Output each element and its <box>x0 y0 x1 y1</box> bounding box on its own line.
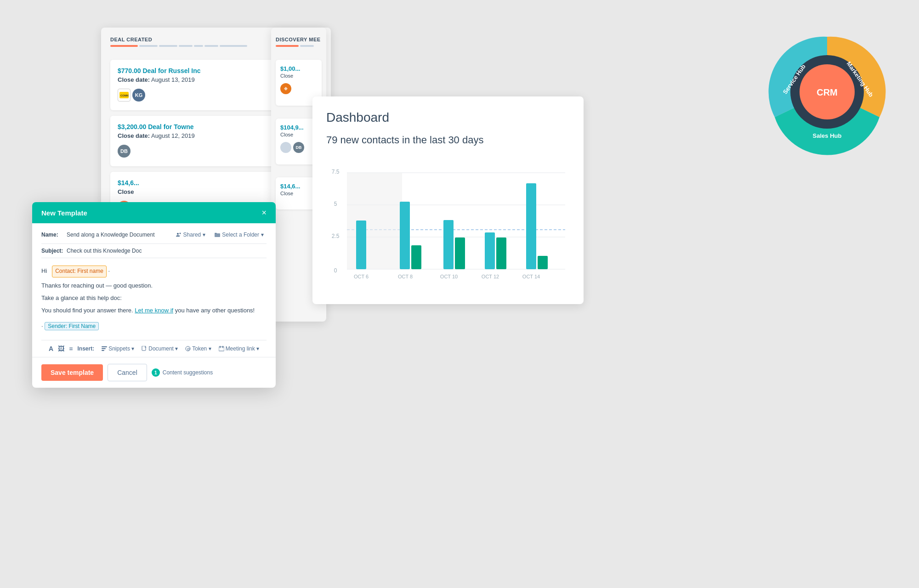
snippets-label: Snippets ▾ <box>108 345 134 352</box>
subject-label: Subject: <box>41 248 67 254</box>
svg-text:CRM: CRM <box>817 87 838 97</box>
modal-body: Name: Send along a Knowledge Document Sh… <box>32 223 276 357</box>
shared-button[interactable]: Shared ▾ <box>173 231 209 239</box>
svg-text:Sales Hub: Sales Hub <box>813 132 842 139</box>
body-line1: Thanks for reaching out — good question. <box>41 280 267 291</box>
svg-rect-27 <box>455 237 465 269</box>
toolbar-left: A 🖼 ≡ <box>49 345 73 352</box>
document-icon <box>142 346 147 351</box>
svg-rect-25 <box>411 245 421 269</box>
snippets-button[interactable]: Snippets ▾ <box>102 345 134 352</box>
svg-rect-6 <box>102 346 107 347</box>
token-button[interactable]: @ Token ▾ <box>185 345 211 352</box>
modal-header: New Template × <box>32 202 276 223</box>
modal-toolbar: A 🖼 ≡ Insert: Snippets ▾ Document ▾ @ To… <box>41 340 267 357</box>
modal-close-button[interactable]: × <box>261 209 267 217</box>
content-suggestions: 1 Content suggestions <box>152 368 213 377</box>
body-line2: Take a glance at this help doc: <box>41 293 267 303</box>
cs-badge: 1 <box>152 368 160 377</box>
token-icon: @ <box>185 346 191 351</box>
select-folder-button[interactable]: Select a Folder ▾ <box>212 231 267 239</box>
dashboard-panel: Dashboard 79 new contacts in the last 30… <box>312 96 584 304</box>
save-template-button[interactable]: Save template <box>41 364 103 381</box>
right-deal-close-1: Close <box>280 73 317 79</box>
contact-token[interactable]: Contact: First name <box>52 266 107 277</box>
people-icon <box>176 232 182 237</box>
svg-text:OCT 12: OCT 12 <box>482 274 499 279</box>
shared-chevron: ▾ <box>203 232 205 238</box>
svg-point-4 <box>179 233 181 234</box>
subject-row: Subject: Check out this Knowledge Doc <box>41 248 267 254</box>
insert-label: Insert: <box>78 345 95 352</box>
new-template-modal: New Template × Name: Send along a Knowle… <box>32 202 276 388</box>
divider-2 <box>41 258 267 258</box>
svg-text:OCT 10: OCT 10 <box>440 274 458 279</box>
svg-text:2.5: 2.5 <box>332 233 340 239</box>
right-deal-close-2: Close <box>280 132 317 137</box>
right-deal-amount-3: $14,6... <box>280 183 317 190</box>
svg-rect-29 <box>496 237 506 269</box>
meeting-link-button[interactable]: Meeting link ▾ <box>219 345 259 352</box>
email-content[interactable]: Hi Contact: First name · Thanks for reac… <box>41 262 267 335</box>
right-deal-close-3: Close <box>280 191 317 196</box>
body-line3-prefix: You should find your answer there. <box>41 307 135 314</box>
greeting-end: · <box>108 267 110 274</box>
svg-text:7.5: 7.5 <box>332 169 340 175</box>
folder-icon <box>215 232 220 237</box>
sender-token[interactable]: Sender: First Name <box>45 322 99 330</box>
svg-rect-22 <box>347 173 402 269</box>
font-icon[interactable]: A <box>49 345 53 352</box>
svg-text:OCT 14: OCT 14 <box>522 274 540 279</box>
right-deal-amount-1: $1,00... <box>280 65 317 72</box>
sender-line: · Sender: First Name <box>41 321 267 332</box>
name-label: Name: <box>41 232 67 238</box>
hubspot-wheel: CRM Service Hub Marketing Hub Sales Hub <box>763 28 891 156</box>
right-deal-avatar-1 <box>280 83 317 94</box>
body-line3: You should find your answer there. Let m… <box>41 305 267 316</box>
svg-text:COMICS: COMICS <box>120 94 129 97</box>
list-icon[interactable]: ≡ <box>69 345 73 352</box>
name-value: Send along a Knowledge Document <box>67 232 173 238</box>
name-actions: Shared ▾ Select a Folder ▾ <box>173 231 267 239</box>
document-label: Document ▾ <box>148 345 178 352</box>
right-deal-avatars-2: DB <box>280 142 317 153</box>
hubspot-wheel-svg: CRM Service Hub Marketing Hub Sales Hub <box>763 28 891 156</box>
image-icon[interactable]: 🖼 <box>58 345 64 352</box>
toolbar-right: Insert: Snippets ▾ Document ▾ @ Token ▾ … <box>78 345 260 352</box>
avatar-logo-comics: COMICS <box>118 89 130 102</box>
subject-value: Check out this Knowledge Doc <box>67 248 267 254</box>
modal-footer: Save template Cancel 1 Content suggestio… <box>32 357 276 388</box>
col2-title: DISCOVERY MEE <box>276 37 322 42</box>
svg-point-3 <box>177 233 179 235</box>
greeting-line: Hi Contact: First name · <box>41 266 267 277</box>
select-folder-label: Select a Folder <box>222 232 259 238</box>
avatar-db-2: DB <box>293 142 304 153</box>
avatar-kg: KG <box>132 89 145 102</box>
chart-container: 7.5 5 2.5 0 <box>326 155 570 293</box>
svg-rect-8 <box>102 350 104 351</box>
link-text[interactable]: Let me know if <box>135 307 173 314</box>
avatar-db: DB <box>118 145 130 158</box>
modal-title: New Template <box>41 209 87 217</box>
svg-rect-5 <box>215 233 220 237</box>
svg-rect-7 <box>102 348 106 349</box>
svg-rect-31 <box>538 256 548 269</box>
contacts-chart: 7.5 5 2.5 0 <box>326 155 570 293</box>
svg-rect-30 <box>526 183 536 269</box>
shared-label: Shared <box>183 232 201 238</box>
cs-label: Content suggestions <box>163 369 213 376</box>
body-line3-suffix: you have any other questions! <box>175 307 255 314</box>
cancel-button[interactable]: Cancel <box>108 364 147 381</box>
folder-chevron: ▾ <box>261 232 264 238</box>
svg-text:OCT 6: OCT 6 <box>354 274 369 279</box>
contacts-headline: 79 new contacts in the last 30 days <box>326 134 570 146</box>
svg-text:OCT 8: OCT 8 <box>398 274 413 279</box>
token-label: Token ▾ <box>192 345 211 352</box>
col1-title: DEAL CREATED <box>110 37 152 42</box>
svg-rect-24 <box>400 202 410 269</box>
svg-text:0: 0 <box>334 267 337 274</box>
document-button[interactable]: Document ▾ <box>142 345 178 352</box>
meeting-icon <box>219 346 224 351</box>
name-row: Name: Send along a Knowledge Document Sh… <box>41 231 267 239</box>
svg-rect-26 <box>443 220 454 269</box>
